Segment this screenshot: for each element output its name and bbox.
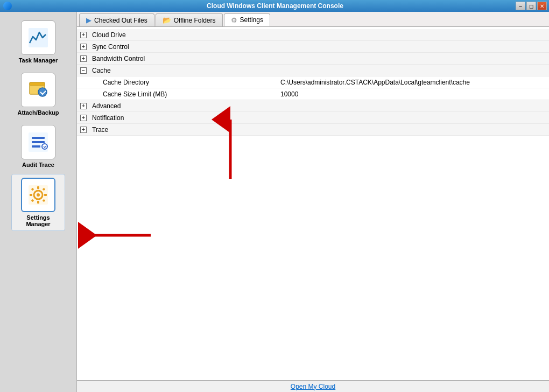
settings-manager-svg	[27, 184, 49, 206]
expander-sync-control[interactable]: +	[77, 41, 90, 53]
offline-icon: 📂	[163, 16, 171, 24]
restore-button[interactable]: ◻	[526, 2, 536, 10]
checked-out-icon: ▶	[86, 16, 92, 24]
tab-offline-folders[interactable]: 📂 Offline Folders	[156, 13, 223, 26]
tree-row-cache[interactable]: − Cache	[77, 65, 549, 76]
expand-icon: +	[80, 32, 87, 38]
svg-rect-15	[44, 194, 47, 196]
audit-trace-svg	[27, 131, 49, 153]
task-manager-label: Task Manager	[19, 57, 58, 64]
tree-row-trace[interactable]: + Trace	[77, 124, 549, 136]
expander-advanced[interactable]: +	[77, 100, 90, 112]
tree-row-sync-control[interactable]: + Sync Control	[77, 41, 549, 53]
settings-icon: ⚙	[231, 16, 237, 24]
content-area: ▶ Checked Out Files 📂 Offline Folders ⚙ …	[77, 12, 549, 392]
expander-notification[interactable]: +	[77, 112, 90, 124]
audit-trace-label: Audit Trace	[22, 162, 54, 168]
title-bar: Cloud Windows Client Management Console …	[0, 0, 549, 12]
sidebar-item-task-manager[interactable]: Task Manager	[11, 17, 65, 67]
cache-size-value: 10000	[278, 90, 298, 98]
trace-label: Trace	[90, 126, 549, 134]
settings-manager-label: Settings Manager	[14, 214, 62, 227]
svg-rect-2	[30, 82, 45, 86]
expand-icon: +	[80, 44, 87, 50]
sidebar-item-audit-trace[interactable]: Audit Trace	[11, 122, 65, 171]
svg-rect-0	[29, 28, 48, 47]
minimize-button[interactable]: –	[516, 2, 525, 10]
expand-icon: +	[80, 127, 87, 133]
svg-rect-12	[37, 186, 39, 189]
svg-rect-7	[32, 145, 40, 148]
cache-label: Cache	[90, 67, 549, 74]
cloud-drive-label: Cloud Drive	[90, 31, 549, 39]
window-title: Cloud Windows Client Management Console	[34, 2, 516, 10]
audit-trace-icon-container	[21, 125, 55, 159]
status-bar: Open My Cloud	[77, 380, 549, 392]
cache-directory-value: C:\Users\administrator.CSTACK\AppData\Lo…	[278, 79, 470, 86]
sidebar-item-settings-manager[interactable]: Settings Manager	[11, 174, 65, 231]
svg-point-3	[38, 88, 47, 96]
cache-size-name: Cache Size Limit (MB)	[90, 90, 278, 98]
svg-rect-14	[30, 194, 32, 196]
expander-cloud-drive[interactable]: +	[77, 29, 90, 41]
advanced-label: Advanced	[90, 102, 549, 110]
collapse-icon: −	[80, 67, 87, 74]
sidebar-item-attach-backup[interactable]: Attach/Backup	[11, 69, 65, 119]
cache-directory-name: Cache Directory	[90, 79, 278, 86]
sidebar: Task Manager Attach/Backup	[0, 12, 77, 392]
tab-checked-out-label: Checked Out Files	[94, 17, 147, 24]
app-icon	[3, 2, 12, 10]
window-controls: – ◻ ✕	[516, 2, 547, 10]
expand-icon: +	[80, 115, 87, 121]
close-button[interactable]: ✕	[537, 2, 547, 10]
expand-icon: +	[80, 103, 87, 109]
settings-tree: + Cloud Drive + Sync Control + Bandwidth…	[77, 27, 549, 380]
attach-backup-label: Attach/Backup	[17, 109, 59, 116]
svg-rect-6	[32, 141, 45, 143]
svg-rect-5	[32, 137, 45, 139]
svg-point-8	[42, 144, 47, 149]
tree-row-cache-directory: Cache Directory C:\Users\administrator.C…	[77, 76, 549, 88]
notification-label: Notification	[90, 114, 549, 122]
expander-trace[interactable]: +	[77, 124, 90, 136]
tab-checked-out-files[interactable]: ▶ Checked Out Files	[79, 13, 154, 26]
settings-manager-icon-container	[21, 178, 55, 212]
tab-settings[interactable]: ⚙ Settings	[224, 13, 270, 26]
tree-row-notification[interactable]: + Notification	[77, 112, 549, 124]
expand-icon: +	[80, 55, 87, 62]
tree-row-cloud-drive[interactable]: + Cloud Drive	[77, 29, 549, 41]
expander-bandwidth-control[interactable]: +	[77, 53, 90, 65]
main-container: Task Manager Attach/Backup	[0, 12, 549, 392]
svg-point-11	[37, 193, 40, 197]
task-manager-svg	[27, 27, 49, 48]
sync-control-label: Sync Control	[90, 43, 549, 51]
attach-backup-icon-container	[21, 73, 55, 107]
expander-cache[interactable]: −	[77, 65, 90, 76]
attach-backup-svg	[27, 79, 49, 101]
open-my-cloud-link[interactable]: Open My Cloud	[291, 383, 335, 390]
bandwidth-control-label: Bandwidth Control	[90, 55, 549, 62]
tree-row-bandwidth-control[interactable]: + Bandwidth Control	[77, 53, 549, 65]
tab-offline-label: Offline Folders	[174, 17, 216, 24]
tree-row-cache-size-limit: Cache Size Limit (MB) 10000	[77, 88, 549, 100]
task-manager-icon-container	[21, 20, 55, 55]
svg-rect-13	[37, 201, 39, 204]
tree-row-advanced[interactable]: + Advanced	[77, 100, 549, 112]
tab-settings-label: Settings	[240, 16, 263, 24]
tab-bar: ▶ Checked Out Files 📂 Offline Folders ⚙ …	[77, 12, 549, 27]
